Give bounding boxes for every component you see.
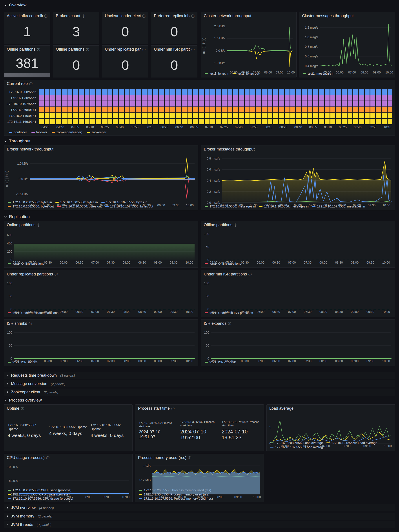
svg-text:10:00: 10:00 xyxy=(186,359,193,363)
section-row-process-overview[interactable]: Process overview xyxy=(4,397,42,403)
cpu-usage-chart[interactable]: 100.0%50.0%0.0%05:0006:0007:0008:0009:00… xyxy=(5,461,131,488)
legend-item[interactable]: follower xyxy=(31,130,47,134)
stat-value: 0 xyxy=(53,53,99,77)
panel-title[interactable]: Process start time xyxy=(138,406,170,411)
row-jvm-overview[interactable]: JVM overview (4 panels) xyxy=(4,504,395,511)
svg-text:05:00: 05:00 xyxy=(323,71,331,74)
svg-text:05:00: 05:00 xyxy=(225,310,233,314)
panel-title[interactable]: Offline partitions xyxy=(204,223,232,227)
stat-label: 172.16.1.30:5556: Process start time xyxy=(180,420,218,427)
info-icon[interactable]: ⓘ xyxy=(37,223,40,227)
section-row-replication[interactable]: Replication xyxy=(4,214,30,220)
status-row-track[interactable] xyxy=(39,101,392,107)
cluster-network-chart[interactable]: 2.0 kB/s1.0 kB/s0.0 B/s-1.0 kB/s05:0006:… xyxy=(202,19,295,71)
panel-title[interactable]: Under min ISR partitio xyxy=(154,47,190,52)
info-icon[interactable]: ⓘ xyxy=(82,14,85,18)
stat-item: 172.16.0.208:5556: Uptime 4 weeks, 0 day… xyxy=(8,423,46,438)
axis-tick-label: 07:10 xyxy=(205,125,213,129)
panel-title[interactable]: Under min ISR partitions xyxy=(204,272,247,277)
row-jvm-memory[interactable]: JVM memory (2 panels) xyxy=(4,513,395,520)
legend-item[interactable]: zookeeper(leader) xyxy=(52,130,82,134)
load-average-chart[interactable]: 5005:0006:0007:0008:0009:0010:00 xyxy=(268,412,394,440)
info-icon[interactable]: ⓘ xyxy=(142,14,145,18)
info-icon[interactable]: ⓘ xyxy=(191,14,194,18)
legend-item[interactable]: controller xyxy=(9,130,27,134)
isr-shrinks-chart[interactable]: 10050004:3005:0005:3006:0006:3007:0007:3… xyxy=(5,327,197,360)
panel-title[interactable]: Brokers count xyxy=(56,14,80,18)
status-row-track[interactable] xyxy=(39,107,392,112)
status-row-label: 172.16.0.208:5556 xyxy=(6,90,39,94)
svg-text:0 B: 0 B xyxy=(146,493,151,496)
panel-title[interactable]: Uptime xyxy=(7,406,19,411)
panel-title[interactable]: ISR expands xyxy=(204,321,226,326)
info-icon[interactable]: ⓘ xyxy=(29,322,32,325)
info-icon[interactable]: ⓘ xyxy=(37,48,40,51)
panel-title[interactable]: ISR shrinks xyxy=(7,321,27,326)
broker-network-chart[interactable]: 1.0 kB/s0.0 B/s-1.0 kB/s04:3005:0005:300… xyxy=(5,153,197,200)
panel-title[interactable]: Online partitions xyxy=(7,223,35,227)
info-icon[interactable]: ⓘ xyxy=(188,456,191,459)
panel-title[interactable]: Under replicated partitions xyxy=(7,272,53,277)
info-icon[interactable]: ⓘ xyxy=(234,223,237,227)
panel-title[interactable]: Offline partitions xyxy=(56,47,84,52)
svg-text:05:30: 05:30 xyxy=(241,359,249,363)
info-icon[interactable]: ⓘ xyxy=(86,48,89,51)
info-icon[interactable]: ⓘ xyxy=(29,82,32,85)
info-icon[interactable]: ⓘ xyxy=(55,272,58,276)
isr-expands-chart[interactable]: 10050004:3005:0005:3006:0006:3007:0007:3… xyxy=(202,327,394,360)
under-replicated-chart[interactable]: 10050004:3005:0005:3006:0006:3007:0007:3… xyxy=(5,278,197,310)
row-zookeeper-client[interactable]: Zookeeper client (2 panels) xyxy=(4,389,395,396)
info-icon[interactable]: ⓘ xyxy=(44,14,48,18)
panel-title[interactable]: Cluster network throughput xyxy=(204,14,251,18)
panel-title[interactable]: Broker messages throughput xyxy=(204,147,255,152)
svg-text:50: 50 xyxy=(9,344,12,347)
panel-title[interactable]: Under replicated parti xyxy=(105,47,141,52)
info-icon[interactable]: ⓘ xyxy=(191,48,194,51)
svg-text:09:30: 09:30 xyxy=(170,359,177,363)
svg-text:10:00: 10:00 xyxy=(186,203,194,207)
broker-messages-chart[interactable]: 0.8 msg/s0.6 msg/s0.4 msg/s0.2 msg/s0.0 … xyxy=(202,153,394,204)
status-row-track[interactable] xyxy=(39,95,392,101)
panel-title[interactable]: Load average xyxy=(269,406,293,411)
svg-text:07:30: 07:30 xyxy=(107,261,115,264)
panel-title[interactable]: Cluster messages throughput xyxy=(302,14,354,18)
legend-item[interactable]: 172.16.0.208:5556: CPU usage (system) xyxy=(8,501,70,502)
status-row-track[interactable] xyxy=(39,89,392,95)
online-partitions-chart[interactable]: 600400200004:3005:0005:3006:0006:3007:00… xyxy=(5,228,197,261)
row-jvm-threads[interactable]: JVM threads (2 panels) xyxy=(4,521,395,528)
info-icon[interactable]: ⓘ xyxy=(142,48,145,51)
panel-title[interactable]: Preferred replica inbal xyxy=(154,14,190,18)
row-requests-time-breakdown[interactable]: Requests time breakdown (3 panels) xyxy=(4,372,395,379)
cluster-messages-chart[interactable]: 1.2 msg/s1.0 msg/s0.8 msg/s0.6 msg/s0.4 … xyxy=(300,19,394,71)
row-message-conversion[interactable]: Message conversion (2 panels) xyxy=(4,380,395,387)
panel-offline-partitions-chart: Offline partitionsⓘ 10050004:3005:0005:3… xyxy=(201,221,395,267)
panel-title[interactable]: Process memory used (rss) xyxy=(138,456,187,460)
svg-text:0.0%: 0.0% xyxy=(11,493,18,496)
panel-title[interactable]: Current role xyxy=(7,81,28,86)
panel-title[interactable]: CPU usage (process) xyxy=(7,456,45,460)
stat-value: 2024-07-10 19:51:23 xyxy=(222,429,260,441)
panel-title[interactable]: Broker network throughput xyxy=(7,147,53,152)
panel-title[interactable]: Active kafka controlle xyxy=(7,14,43,18)
axis-tick-label: 07:55 xyxy=(250,125,257,129)
legend-item[interactable]: zookeeper xyxy=(87,130,106,134)
info-icon[interactable]: ⓘ xyxy=(248,272,252,276)
section-row-overview[interactable]: Overview xyxy=(4,2,26,8)
svg-text:50: 50 xyxy=(206,344,209,347)
info-icon[interactable]: ⓘ xyxy=(171,407,175,410)
status-row-track[interactable] xyxy=(39,119,392,124)
under-min-isr-chart[interactable]: 10050004:3005:0005:3006:0006:3007:0007:3… xyxy=(202,278,394,310)
info-icon[interactable]: ⓘ xyxy=(46,456,50,459)
info-icon[interactable]: ⓘ xyxy=(228,322,231,325)
info-icon[interactable]: ⓘ xyxy=(21,407,24,410)
section-row-throughput[interactable]: Throughput xyxy=(4,138,30,144)
stat-value: 0 xyxy=(151,53,197,77)
svg-text:05:00: 05:00 xyxy=(225,359,233,363)
offline-partitions-chart[interactable]: 10050004:3005:0005:3006:0006:3007:0007:3… xyxy=(202,228,394,261)
process-memory-chart[interactable]: 1 GiB512 MiB0 B05:0006:0007:0008:0009:00… xyxy=(136,461,263,488)
panel-title[interactable]: Online partitions xyxy=(7,47,35,52)
panel-title[interactable]: Unclean leader electic xyxy=(105,14,141,18)
stat-value: 2024-07-10 19:52:00 xyxy=(180,429,218,441)
status-row-track[interactable] xyxy=(39,113,392,118)
section-label: Throughput xyxy=(9,139,30,143)
